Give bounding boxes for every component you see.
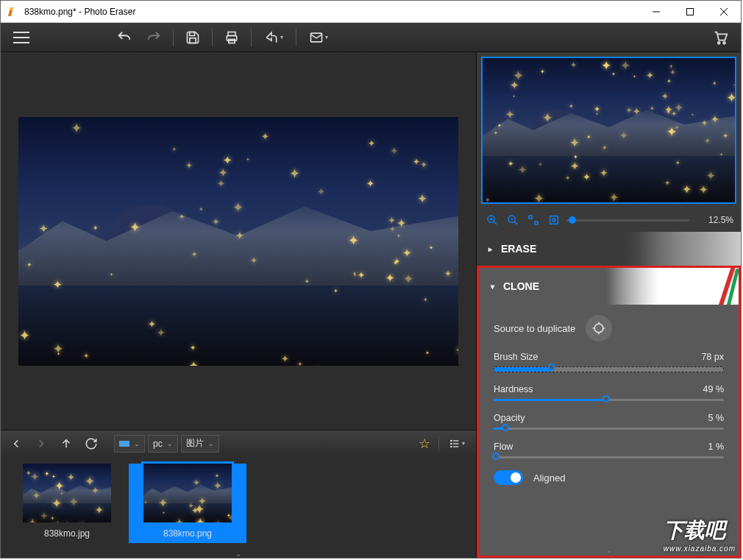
thumbnail-label: 838kmo.jpg	[8, 528, 126, 539]
chevron-down-icon: ▾	[280, 34, 283, 40]
crosshair-icon	[591, 321, 606, 336]
slider-label: Opacity	[494, 413, 525, 423]
path-segment-pc[interactable]: pc⌄	[148, 435, 178, 453]
source-label: Source to duplicate	[494, 323, 575, 334]
slider-hardness: Hardness 49 %	[494, 384, 724, 401]
slider-value: 5 %	[708, 413, 724, 423]
erase-label: ERASE	[501, 243, 536, 255]
svg-rect-5	[190, 38, 196, 43]
slider-value: 1 %	[708, 442, 724, 452]
svg-rect-4	[190, 32, 195, 35]
nav-refresh-button[interactable]	[80, 433, 102, 454]
svg-point-13	[451, 440, 452, 441]
zoom-in-button[interactable]	[484, 212, 500, 228]
slider-track[interactable]	[494, 456, 724, 458]
chevron-down-icon: ⌄	[208, 440, 214, 447]
slider-track[interactable]	[494, 428, 724, 430]
svg-point-17	[451, 446, 452, 447]
chevron-down-icon: ⌄	[134, 440, 140, 447]
zoom-controls: 12.5%	[477, 208, 741, 232]
right-panel: ✦✦✦✦✦✦✦✦✦✦✦✦✦✦✦✦✦✦✦✦✦✦✦✦✦✦✦✦✦✦✦✦✦✦✦✦✦✦✦✦…	[476, 52, 741, 558]
svg-point-15	[451, 443, 452, 444]
slider-label: Flow	[494, 442, 513, 452]
cart-button[interactable]	[705, 26, 735, 49]
sketch-decoration	[606, 268, 739, 305]
zoom-slider[interactable]	[566, 219, 689, 221]
slider-label: Hardness	[494, 384, 533, 394]
drive-icon	[119, 439, 129, 448]
nav-forward-button[interactable]	[30, 433, 52, 454]
panel-header-clone[interactable]: ▾ CLONE	[479, 268, 739, 305]
preview-image[interactable]: ✦✦✦✦✦✦✦✦✦✦✦✦✦✦✦✦✦✦✦✦✦✦✦✦✦✦✦✦✦✦✦✦✦✦✦✦✦✦✦✦…	[481, 57, 736, 204]
print-button[interactable]	[217, 26, 246, 49]
thumbnail-strip: ✦✦✦✦✦✦✦✦✦✦✦✦✦✦✦✦✦✦✦✦ 838kmo.jpg ✦✦✦✦✦✦✦✦…	[1, 456, 476, 558]
svg-line-20	[494, 221, 497, 224]
slider-value: 49 %	[703, 384, 725, 394]
slider-flow: Flow 1 %	[494, 442, 724, 458]
slider-label: Brush Size	[494, 352, 538, 362]
path-segment-root[interactable]: ⌄	[114, 435, 145, 453]
chevron-down-icon: ▾	[325, 34, 328, 40]
svg-rect-28	[550, 216, 558, 224]
thumbnail-item[interactable]: ✦✦✦✦✦✦✦✦✦✦✦✦✦✦✦✦✦✦✦✦ 838kmo.png	[129, 464, 246, 543]
resize-handle-icon[interactable]: ⌄	[606, 546, 612, 554]
close-button[interactable]	[707, 1, 741, 23]
zoom-out-button[interactable]	[505, 212, 521, 228]
svg-point-11	[723, 41, 725, 43]
window-title: 838kmo.png* - Photo Eraser	[24, 7, 639, 17]
chevron-down-icon: ▾	[462, 440, 465, 447]
source-picker-button[interactable]	[586, 315, 612, 341]
slider-value: 78 px	[701, 352, 724, 362]
thumbnail-label: 838kmo.png	[129, 528, 246, 539]
zoom-fit-button[interactable]	[525, 212, 541, 228]
main-toolbar: ▾ ▾	[1, 23, 741, 52]
slider-track[interactable]	[494, 366, 724, 372]
canvas-area[interactable]: ✦✦✦✦✦✦✦✦✦✦✦✦✦✦✦✦✦✦✦✦✦✦✦✦✦✦✦✦✦✦✦✦✦✦✦✦✦✦✦✦…	[1, 52, 476, 430]
nav-back-button[interactable]	[5, 433, 27, 454]
svg-rect-27	[535, 221, 538, 224]
slider-brush size: Brush Size 78 px	[494, 352, 724, 372]
redo-button[interactable]	[139, 26, 168, 49]
svg-point-30	[594, 324, 603, 333]
view-options-button[interactable]: ▾	[442, 433, 472, 454]
minimize-button[interactable]	[639, 1, 673, 23]
chevron-down-icon: ⌄	[167, 440, 173, 447]
app-icon	[7, 6, 18, 18]
email-button[interactable]: ▾	[301, 26, 336, 49]
aligned-toggle[interactable]	[494, 470, 523, 485]
save-button[interactable]	[178, 26, 207, 49]
undo-button[interactable]	[110, 26, 139, 49]
svg-line-24	[514, 221, 517, 224]
hamburger-icon	[13, 32, 29, 43]
svg-rect-12	[119, 441, 129, 447]
svg-rect-1	[687, 8, 694, 15]
slider-opacity: Opacity 5 %	[494, 413, 724, 430]
eraser-decoration	[638, 232, 741, 266]
aligned-label: Aligned	[533, 472, 565, 483]
maximize-button[interactable]	[673, 1, 707, 23]
favorite-button[interactable]: ☆	[413, 433, 436, 454]
menu-button[interactable]	[7, 26, 36, 49]
resize-handle-icon[interactable]: ⌄	[235, 550, 241, 558]
nav-up-button[interactable]	[55, 433, 77, 454]
share-button[interactable]: ▾	[256, 26, 291, 49]
svg-point-29	[552, 219, 555, 221]
main-image: ✦✦✦✦✦✦✦✦✦✦✦✦✦✦✦✦✦✦✦✦✦✦✦✦✦✦✦✦✦✦✦✦✦✦✦✦✦✦✦✦…	[18, 117, 458, 366]
chevron-down-icon: ▾	[491, 283, 494, 291]
clone-label: CLONE	[503, 280, 539, 292]
svg-point-10	[718, 41, 720, 43]
panel-clone: ▾ CLONE Source to duplicate Brush Size 7…	[477, 266, 741, 558]
panel-header-erase[interactable]: ▸ ERASE	[477, 232, 741, 266]
chevron-right-icon: ▸	[488, 245, 492, 253]
svg-rect-26	[529, 216, 532, 219]
zoom-100-button[interactable]	[546, 212, 562, 228]
slider-track[interactable]	[494, 399, 724, 401]
titlebar: 838kmo.png* - Photo Eraser	[1, 1, 741, 23]
thumbnail-item[interactable]: ✦✦✦✦✦✦✦✦✦✦✦✦✦✦✦✦✦✦✦✦ 838kmo.jpg	[8, 464, 126, 539]
path-segment-pictures[interactable]: 图片⌄	[181, 435, 219, 453]
file-browser-toolbar: ⌄ pc⌄ 图片⌄ ☆ ▾	[1, 430, 476, 456]
zoom-value: 12.5%	[701, 215, 733, 225]
